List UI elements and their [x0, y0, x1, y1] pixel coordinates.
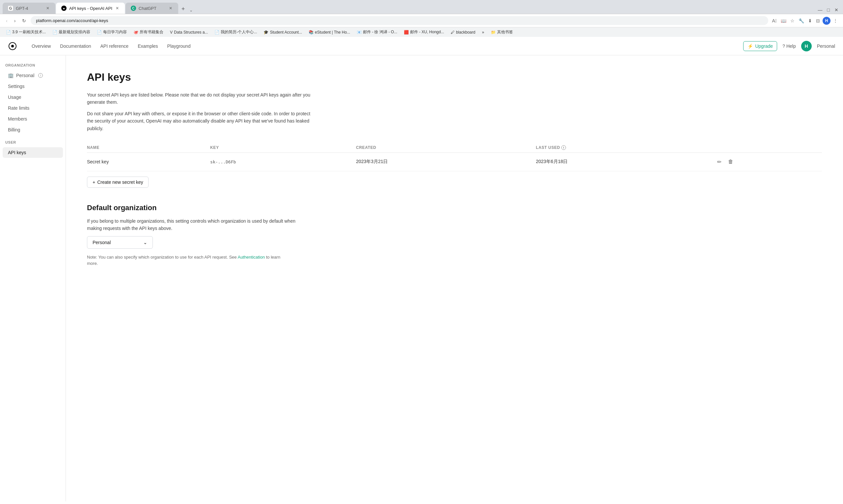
address-bar: ‹ › ↻ A⃞ 📖 ☆ 🔧 ⬇ ⊟ H ⋮ — [0, 14, 843, 27]
tab-favicon-gpt4: G — [8, 5, 13, 11]
col-name: NAME — [87, 143, 210, 153]
note-prefix: Note: You can also specify which organiz… — [87, 255, 237, 259]
tab-apikeys[interactable]: ● API keys - OpenAI API ✕ — [56, 3, 125, 14]
bookmark-item[interactable]: V Data Structures a... — [168, 29, 210, 35]
tab-close-apikeys[interactable]: ✕ — [115, 5, 120, 11]
org-select-dropdown[interactable]: Personal ⌄ — [87, 236, 153, 249]
refresh-button[interactable]: ↻ — [20, 17, 28, 25]
last-used-label: LAST USED — [536, 145, 560, 150]
nav-link-documentation[interactable]: Documentation — [56, 41, 95, 51]
key-name-cell: Secret key — [87, 152, 210, 171]
top-nav-links: Overview Documentation API reference Exa… — [28, 41, 743, 51]
bookmark-item[interactable]: 📧 邮件 - 徐 鸿译 - O... — [355, 29, 399, 36]
page-title: API keys — [87, 71, 822, 83]
bookmark-item[interactable]: 🖊 blackboard — [449, 29, 477, 35]
bookmark-item[interactable]: 🟥 邮件 - XU, Hongd... — [402, 29, 446, 36]
tab-close-chatgpt[interactable]: ✕ — [168, 5, 173, 11]
tab-gpt4[interactable]: G GPT-4 ✕ — [3, 3, 55, 14]
sidebar-item-usage[interactable]: Usage — [3, 92, 63, 103]
sidebar-item-rate-limits[interactable]: Rate limits — [3, 103, 63, 113]
tab-overflow-button[interactable]: ⌄ — [188, 6, 194, 14]
minimize-button[interactable]: — — [816, 6, 825, 14]
browser-chrome: G GPT-4 ✕ ● API keys - OpenAI API ✕ C Ch… — [0, 0, 843, 37]
bookmark-item[interactable]: 📄 每日学习内容 — [95, 29, 129, 36]
note-text: Note: You can also specify which organiz… — [87, 254, 285, 267]
create-btn-label: Create new secret key — [97, 180, 143, 185]
bookmark-item[interactable]: 📄 我的简历-个人中心... — [213, 29, 259, 36]
last-used-info-icon[interactable]: i — [561, 145, 566, 150]
sidebar-item-api-keys[interactable]: API keys — [3, 147, 63, 158]
close-window-button[interactable]: ✕ — [832, 6, 840, 14]
tab-bar: G GPT-4 ✕ ● API keys - OpenAI API ✕ C Ch… — [0, 0, 843, 14]
last-used-header: LAST USED i — [536, 145, 716, 150]
sidebar-item-billing[interactable]: Billing — [3, 125, 63, 135]
bookmark-more[interactable]: » — [480, 29, 486, 35]
tab-favicon-chatgpt: C — [131, 5, 136, 11]
upgrade-icon: ⚡ — [748, 43, 753, 49]
download-icon[interactable]: ⬇ — [807, 17, 813, 25]
sidebar-billing-label: Billing — [8, 127, 20, 132]
sidebar-item-members[interactable]: Members — [3, 114, 63, 124]
openai-logo — [8, 41, 17, 51]
sidebar-toggle-icon[interactable]: ⊟ — [815, 17, 821, 25]
info-icon[interactable]: i — [38, 73, 43, 78]
help-label: Help — [786, 43, 796, 49]
sidebar: ORGANIZATION 🏢 Personal i Settings Usage… — [0, 55, 66, 501]
main-layout: ORGANIZATION 🏢 Personal i Settings Usage… — [0, 55, 843, 501]
extension-icon[interactable]: 🔧 — [797, 17, 805, 25]
delete-key-button[interactable]: 🗑 — [727, 158, 735, 166]
create-secret-key-button[interactable]: + Create new secret key — [87, 177, 148, 188]
authentication-link[interactable]: Authentication — [237, 255, 265, 259]
new-tab-button[interactable]: + — [179, 4, 188, 14]
org-select-value: Personal — [93, 240, 111, 245]
bookmark-item[interactable]: 🎓 Student Account... — [262, 29, 304, 35]
sidebar-org-section: ORGANIZATION 🏢 Personal i Settings Usage… — [0, 63, 66, 135]
maximize-button[interactable]: □ — [825, 6, 832, 14]
default-org-title: Default organization — [87, 203, 822, 212]
tab-title-apikeys: API keys - OpenAI API — [69, 6, 112, 11]
upgrade-button[interactable]: ⚡ Upgrade — [743, 41, 777, 51]
nav-link-playground[interactable]: Playground — [163, 41, 195, 51]
tab-close-gpt4[interactable]: ✕ — [46, 5, 50, 11]
bookmark-item[interactable]: 📄 最新规划安排内容 — [50, 29, 92, 36]
table-body: Secret key sk-...D6Fb 2023年3月21日 2023年6月… — [87, 152, 822, 171]
top-nav-right: ⚡ Upgrade ? Help H Personal — [743, 41, 835, 51]
menu-icon[interactable]: ⋮ — [832, 17, 839, 25]
profile-icon[interactable]: H — [823, 17, 830, 25]
key-created-cell: 2023年3月21日 — [356, 152, 536, 171]
reader-icon[interactable]: 📖 — [779, 17, 788, 25]
table-header: NAME KEY CREATED LAST USED i — [87, 143, 822, 153]
sidebar-user-section: USER API keys — [0, 140, 66, 158]
nav-link-overview[interactable]: Overview — [28, 41, 55, 51]
tab-chatgpt[interactable]: C ChatGPT ✕ — [126, 3, 178, 14]
bookmark-item[interactable]: 📚 eStudent | The Ho... — [307, 29, 352, 35]
sidebar-item-personal[interactable]: 🏢 Personal i — [3, 70, 63, 81]
bookmark-item[interactable]: 📁 其他书签 — [489, 29, 515, 36]
sidebar-settings-label: Settings — [8, 84, 25, 89]
sidebar-item-settings[interactable]: Settings — [3, 81, 63, 92]
forward-button[interactable]: › — [12, 17, 18, 25]
edit-key-button[interactable]: ✏ — [716, 158, 723, 166]
plus-icon: + — [93, 180, 95, 185]
star-icon[interactable]: ☆ — [789, 17, 796, 25]
sidebar-rate-limits-label: Rate limits — [8, 105, 29, 111]
avatar[interactable]: H — [801, 41, 812, 51]
url-input[interactable] — [31, 16, 768, 25]
default-org-description: If you belong to multiple organizations,… — [87, 217, 311, 232]
sidebar-personal-label: Personal — [16, 73, 34, 78]
bookmark-item[interactable]: 🐙 所有书籍集合 — [131, 29, 165, 36]
col-actions — [716, 143, 822, 153]
help-button[interactable]: ? Help — [783, 43, 796, 49]
nav-link-api-reference[interactable]: API reference — [96, 41, 133, 51]
main-content: API keys Your secret API keys are listed… — [66, 55, 843, 501]
translate-icon[interactable]: A⃞ — [771, 17, 778, 25]
key-value: sk-...D6Fb — [210, 159, 236, 164]
col-created: CREATED — [356, 143, 536, 153]
user-section-label: USER — [0, 140, 66, 147]
nav-link-examples[interactable]: Examples — [134, 41, 162, 51]
bookmark-item[interactable]: 📄 3.9 一刷相关技术... — [4, 29, 48, 36]
bookmarks-bar: 📄 3.9 一刷相关技术... 📄 最新规划安排内容 📄 每日学习内容 🐙 所有… — [0, 27, 843, 37]
description-1: Your secret API keys are listed below. P… — [87, 91, 311, 106]
back-button[interactable]: ‹ — [4, 17, 10, 25]
col-last-used: LAST USED i — [536, 143, 716, 153]
